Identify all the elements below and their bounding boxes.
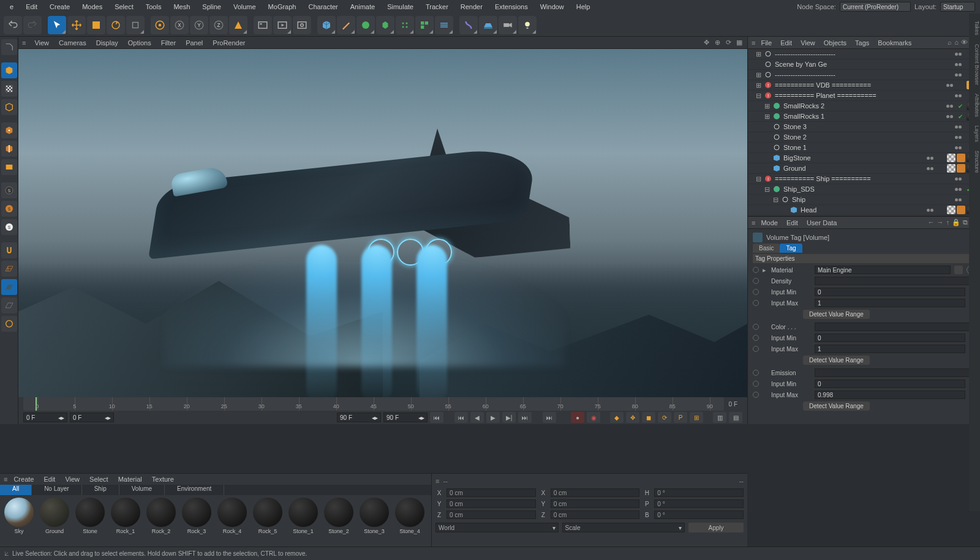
mattab-no-layer[interactable]: No Layer [32,485,82,495]
menu-mesh[interactable]: Mesh [168,1,195,12]
visibility-dots[interactable] [952,146,964,149]
om-eye-icon[interactable]: 👁 [961,39,968,47]
coord-field[interactable]: 0 cm [447,510,536,519]
cube-primitive-button[interactable] [317,16,336,34]
object-row[interactable]: BigStone [748,153,980,163]
visibility-dots[interactable] [943,84,956,87]
detect-range-button-1[interactable]: Detect Value Range [803,310,870,319]
keyframe-sel-button[interactable]: ◆ [610,412,624,423]
mattab-volume[interactable]: Volume [119,485,165,495]
planar-workplane-button[interactable] [1,297,17,313]
color-dropdown[interactable] [815,323,975,331]
viewmenu-panel[interactable]: Panel [181,38,208,48]
object-row[interactable]: ⊞ SmallRocks 1 ✔ [748,111,980,122]
lock-xyz-button[interactable] [151,16,169,34]
spline-pen-button[interactable] [337,16,355,34]
matmenu-material[interactable]: Material [113,474,147,484]
menu-create[interactable]: Create [45,1,75,12]
viewmenu-prorender[interactable]: ProRender [208,38,250,48]
object-row[interactable]: ⊞ --------------------------- [748,49,980,59]
material-item[interactable]: Sky [2,498,36,544]
enable-check[interactable]: ✔ [958,103,964,110]
coord-field[interactable]: 0 ° [654,488,744,497]
tag-or[interactable] [957,164,965,173]
field-button[interactable] [435,16,453,34]
sidetab-takes[interactable]: Takes [969,18,980,38]
object-row[interactable]: Stone 3 [748,122,980,132]
tag-or[interactable] [957,154,965,162]
nodespace-dropdown[interactable]: Current (ProRender) [840,2,911,12]
enable-axis-button[interactable]: S [1,182,17,198]
detect-range-button-3[interactable]: Detect Value Range [803,401,870,411]
matmenu-select[interactable]: Select [85,474,113,484]
density-inmin-field[interactable]: 0 [815,288,965,296]
pla-key-button[interactable]: ⊞ [690,412,703,423]
object-row[interactable]: ⊞ SmallRocks 2 ✔ [748,101,980,111]
apply-button[interactable]: Apply [688,523,744,532]
menu-animate[interactable]: Animate [345,1,380,12]
matmenu-view[interactable]: View [60,474,85,484]
coord-field[interactable]: 0 cm [447,499,536,508]
polygon-mode-button[interactable] [1,159,17,175]
goto-start-button[interactable]: ⏮ [430,412,443,423]
layout-dropdown[interactable]: Startup [940,2,975,12]
attr-tab-basic[interactable]: Basic [753,244,780,253]
color-inmin-field[interactable]: 0 [815,334,965,342]
vp-move-icon[interactable]: ✥ [702,39,710,47]
menu-tracker[interactable]: Tracker [421,1,453,12]
coord-system-button[interactable] [229,16,247,34]
material-item[interactable]: Rock_5 [251,498,284,544]
coord-field[interactable]: 0 cm [551,499,640,508]
coord-space-dropdown[interactable]: World▾ [435,523,558,532]
edge-mode-button[interactable] [1,141,17,157]
menu-select[interactable]: Select [110,1,138,12]
coord-field[interactable]: 0 cm [551,510,640,519]
objmenu-tags[interactable]: Tags [851,38,873,48]
texture-mode-button[interactable] [1,81,17,97]
point-mode-button[interactable] [1,122,17,138]
z-axis-button[interactable]: Z [209,16,228,34]
camera-button[interactable] [499,16,517,34]
undo-button[interactable] [4,16,22,34]
expand-toggle[interactable]: ⊞ [755,50,761,58]
move-tool[interactable] [67,16,86,34]
emission-inmax-field[interactable]: 0.998 [815,390,965,399]
keymode-1-button[interactable]: ▥ [713,412,726,423]
visibility-dots[interactable] [943,105,956,108]
tag-check[interactable] [947,164,956,173]
expand-toggle[interactable]: ⊞ [764,102,770,110]
am-new-icon[interactable]: ⧉ [963,218,968,226]
recent-tool[interactable] [126,16,145,34]
om-home-icon[interactable]: ⌂ [954,39,959,47]
coord-mode-dropdown[interactable]: Scale▾ [562,523,685,532]
object-row[interactable]: Stone 2 [748,132,980,143]
menu-edit[interactable]: Edit [21,1,42,12]
goto-end-button[interactable]: ⏭ [543,412,556,423]
am-fwd-icon[interactable]: → [937,218,944,226]
draw-workplane-button[interactable] [1,316,17,332]
menu-extensions[interactable]: Extensions [490,1,533,12]
visibility-dots[interactable] [943,115,956,118]
locked-workplane-button[interactable] [1,279,17,295]
enable-snap-button[interactable] [1,242,17,258]
object-row[interactable]: Ground [748,163,980,174]
attr-tab-tag[interactable]: Tag [780,244,802,253]
coord-field[interactable]: 0 ° [654,499,744,508]
viewmenu-filter[interactable]: Filter [156,38,181,48]
menu-tools[interactable]: Tools [141,1,167,12]
object-row[interactable]: ⊟ Ship_SDS ✔ [748,184,980,195]
tag-check[interactable] [947,154,956,162]
prev-key-button[interactable]: ⏮ [454,412,468,423]
viewmenu-options[interactable]: Options [123,38,156,48]
frame-current-field[interactable]: 0 F◂▸ [70,413,114,422]
model-mode-button[interactable] [1,62,17,78]
object-row[interactable]: Stone 1 [748,143,980,153]
expand-toggle[interactable]: ⊟ [764,185,770,193]
material-item[interactable]: Rock_3 [180,498,213,544]
object-row[interactable]: ⊞ ! ========== VDB ========== [748,80,980,91]
visibility-dots[interactable] [952,94,964,97]
material-item[interactable]: Stone_2 [322,498,355,544]
objmenu-view[interactable]: View [796,38,820,48]
sidetab-structure[interactable]: Structure [969,148,980,176]
density-inmax-field[interactable]: 1 [815,299,965,307]
